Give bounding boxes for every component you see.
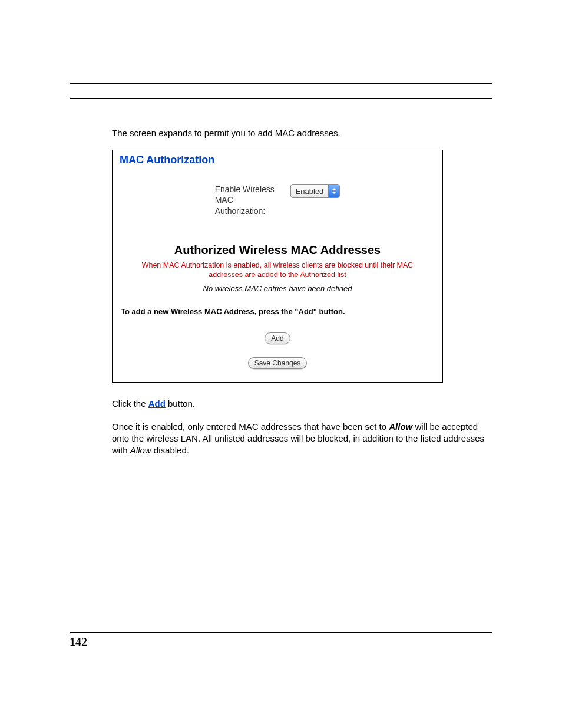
add-link[interactable]: Add bbox=[148, 398, 166, 409]
allow-explainer-paragraph: Once it is enabled, only entered MAC add… bbox=[112, 421, 487, 457]
panel-title: MAC Authorization bbox=[120, 154, 437, 166]
click-add-paragraph: Click the Add button. bbox=[112, 398, 487, 410]
save-changes-button[interactable]: Save Changes bbox=[248, 357, 308, 369]
enable-label: Enable Wireless MAC Authorization: bbox=[215, 184, 280, 216]
page-number: 142 bbox=[70, 635, 87, 649]
text: button. bbox=[166, 398, 195, 409]
add-instruction: To add a new Wireless MAC Address, press… bbox=[121, 307, 434, 316]
authorized-heading: Authorized Wireless MAC Addresses bbox=[118, 243, 437, 257]
enable-select[interactable]: Enabled bbox=[290, 184, 340, 198]
header-rule-thick bbox=[70, 83, 492, 84]
text: Once it is enabled, only entered MAC add… bbox=[112, 421, 389, 431]
empty-list-note: No wireless MAC entries have been define… bbox=[118, 284, 437, 293]
footer-area bbox=[70, 632, 492, 633]
add-button[interactable]: Add bbox=[265, 332, 290, 344]
allow-term: Allow bbox=[389, 421, 412, 431]
text: Click the bbox=[112, 398, 148, 409]
intro-paragraph: The screen expands to permit you to add … bbox=[112, 127, 487, 139]
mac-authorization-panel: MAC Authorization Enable Wireless MAC Au… bbox=[112, 150, 443, 383]
enable-select-value: Enabled bbox=[291, 187, 329, 196]
enable-row: Enable Wireless MAC Authorization: Enabl… bbox=[118, 184, 437, 216]
footer-rule bbox=[70, 632, 492, 633]
header-rule-thin bbox=[70, 98, 492, 99]
text: disabled. bbox=[151, 445, 189, 455]
document-page: The screen expands to permit you to add … bbox=[0, 0, 562, 728]
add-button-row: Add bbox=[118, 332, 437, 344]
allow-term: Allow bbox=[130, 445, 151, 455]
save-button-row: Save Changes bbox=[118, 357, 437, 369]
select-stepper-icon bbox=[328, 185, 339, 197]
warning-text: When MAC Authorization is enabled, all w… bbox=[124, 261, 431, 280]
